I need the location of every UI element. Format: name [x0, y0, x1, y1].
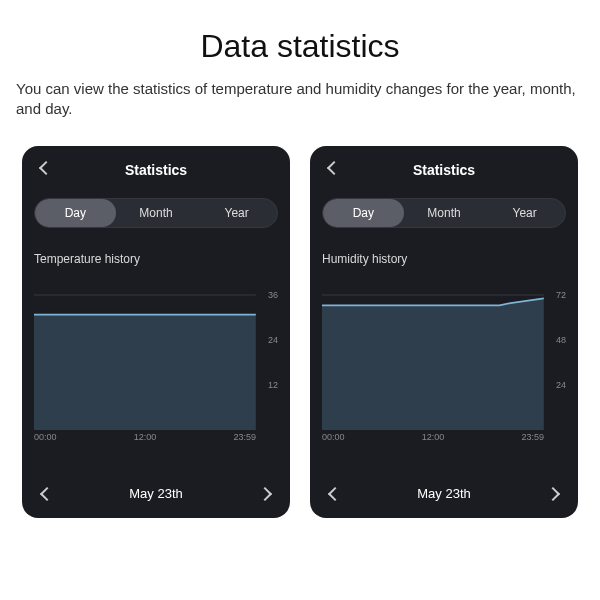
y-tick: 72 [556, 290, 566, 300]
x-tick: 12:00 [422, 432, 445, 442]
back-button[interactable] [36, 158, 56, 178]
page-subtitle: You can view the statistics of temperatu… [16, 79, 584, 120]
tab-year[interactable]: Year [484, 199, 565, 227]
chart-svg [322, 280, 566, 430]
tab-year[interactable]: Year [196, 199, 277, 227]
current-date: May 23th [417, 486, 470, 501]
next-day-button[interactable] [542, 483, 564, 505]
page-title: Data statistics [0, 28, 600, 65]
x-tick: 23:59 [521, 432, 544, 442]
chart-section-label: Humidity history [322, 252, 566, 266]
screen-header: Statistics [34, 158, 278, 182]
chevron-left-icon [329, 159, 339, 177]
range-segmented-control: Day Month Year [34, 198, 278, 228]
tab-day[interactable]: Day [323, 199, 404, 227]
chart-svg [34, 280, 278, 430]
chevron-right-icon [260, 485, 270, 503]
prev-day-button[interactable] [36, 483, 58, 505]
temperature-chart: 36 24 12 [34, 280, 278, 430]
screen-title: Statistics [413, 162, 475, 178]
prev-day-button[interactable] [324, 483, 346, 505]
tab-day[interactable]: Day [35, 199, 116, 227]
chevron-left-icon [41, 159, 51, 177]
x-axis-ticks: 00:00 12:00 23:59 [322, 432, 566, 442]
screen-humidity: Statistics Day Month Year Humidity histo… [310, 146, 578, 518]
x-axis-ticks: 00:00 12:00 23:59 [34, 432, 278, 442]
x-tick: 12:00 [134, 432, 157, 442]
y-tick: 24 [268, 335, 278, 345]
chart-section-label: Temperature history [34, 252, 278, 266]
chevron-left-icon [330, 485, 340, 503]
date-navigator: May 23th [322, 478, 566, 510]
y-tick: 36 [268, 290, 278, 300]
x-tick: 23:59 [233, 432, 256, 442]
screen-title: Statistics [125, 162, 187, 178]
x-tick: 00:00 [322, 432, 345, 442]
next-day-button[interactable] [254, 483, 276, 505]
date-navigator: May 23th [34, 478, 278, 510]
screen-header: Statistics [322, 158, 566, 182]
range-segmented-control: Day Month Year [322, 198, 566, 228]
current-date: May 23th [129, 486, 182, 501]
chevron-right-icon [548, 485, 558, 503]
y-tick: 12 [268, 380, 278, 390]
chevron-left-icon [42, 485, 52, 503]
screen-temperature: Statistics Day Month Year Temperature hi… [22, 146, 290, 518]
screens-row: Statistics Day Month Year Temperature hi… [0, 146, 600, 518]
back-button[interactable] [324, 158, 344, 178]
humidity-chart: 72 48 24 [322, 280, 566, 430]
y-tick: 24 [556, 380, 566, 390]
tab-month[interactable]: Month [116, 199, 197, 227]
tab-month[interactable]: Month [404, 199, 485, 227]
y-tick: 48 [556, 335, 566, 345]
x-tick: 00:00 [34, 432, 57, 442]
